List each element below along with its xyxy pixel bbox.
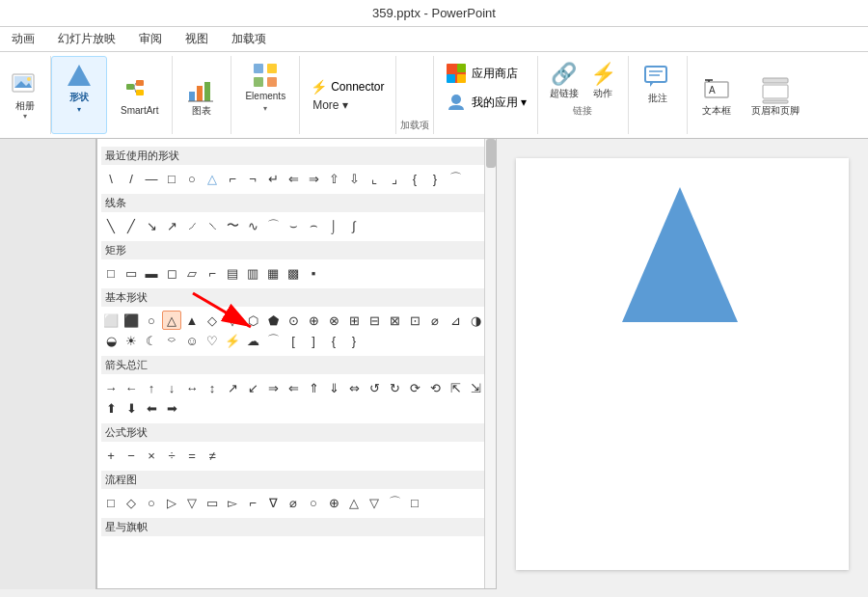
shape-item[interactable]: ⇲ [466, 378, 485, 397]
shape-item[interactable]: ↘ [142, 216, 161, 235]
shape-item[interactable]: ⊕ [304, 311, 323, 330]
shape-item[interactable]: ○ [304, 493, 323, 512]
shape-item[interactable]: ⇧ [324, 169, 343, 188]
menu-item-review[interactable]: 审阅 [135, 29, 166, 49]
shape-item[interactable]: ↗ [162, 216, 181, 235]
shape-item[interactable]: ➡ [162, 398, 181, 418]
shape-item[interactable]: ⌀ [425, 311, 445, 330]
shape-item[interactable]: ↺ [365, 378, 384, 397]
shape-item[interactable]: 〜 [223, 216, 242, 235]
shape-item[interactable]: ⊗ [324, 311, 343, 330]
shape-item[interactable]: ↙ [243, 378, 262, 397]
shape-item[interactable]: ⌞ [365, 169, 384, 188]
shape-item[interactable]: ▷ [162, 493, 181, 512]
shape-item[interactable]: ☁ [243, 331, 262, 350]
shape-item[interactable]: ⊙ [284, 311, 303, 330]
shape-item[interactable]: ⌒ [385, 493, 404, 512]
shape-item[interactable]: ▪ [304, 263, 323, 283]
shape-item[interactable]: ☾ [142, 331, 161, 350]
shape-item[interactable]: { [324, 331, 343, 350]
shape-item[interactable]: ☀ [122, 331, 141, 350]
shape-item[interactable]: ⇓ [324, 378, 343, 397]
shape-item[interactable]: ▭ [203, 493, 222, 512]
shape-item[interactable]: ▻ [223, 493, 242, 512]
smartart-button[interactable]: SmartArt [115, 72, 164, 119]
shape-item[interactable]: ⌀ [284, 493, 303, 512]
shape-item[interactable]: ╲ [101, 216, 121, 235]
shape-item[interactable]: ÷ [162, 446, 181, 465]
shape-item[interactable]: □ [162, 169, 181, 188]
shape-item[interactable]: ▤ [223, 263, 242, 283]
shape-item[interactable]: △ [344, 493, 364, 512]
shape-item[interactable]: ▱ [182, 263, 202, 283]
shape-item[interactable]: ⇐ [284, 169, 303, 188]
shape-item[interactable]: ← [122, 378, 141, 397]
shape-item[interactable]: ⌐ [203, 263, 222, 283]
shape-item[interactable]: ⌐ [243, 493, 262, 512]
shape-item[interactable]: } [425, 169, 445, 188]
shape-item[interactable]: } [344, 331, 364, 350]
shape-item[interactable]: ◑ [466, 311, 485, 330]
triangle-shape[interactable] [622, 187, 738, 322]
shape-item[interactable]: ◒ [101, 331, 121, 350]
shape-item[interactable]: + [101, 446, 121, 465]
shape-item[interactable]: ↗ [223, 378, 242, 397]
shape-item[interactable]: ↵ [263, 169, 283, 188]
shape-item[interactable]: ○ [142, 311, 161, 330]
menu-item-slideshow[interactable]: 幻灯片放映 [54, 29, 120, 49]
shape-item[interactable]: ¬ [243, 169, 262, 188]
shape-item[interactable]: → [101, 378, 121, 397]
chart-button[interactable]: 图表 [180, 72, 223, 119]
appstore-button[interactable]: 应用商店 [442, 60, 529, 87]
shape-item[interactable]: ∇ [263, 493, 283, 512]
hyperlink-button[interactable]: 🔗 超链接 [546, 60, 583, 102]
shape-item[interactable]: ⬅ [142, 398, 161, 418]
shape-item[interactable]: ▬ [142, 263, 161, 283]
shape-item[interactable]: × [142, 446, 161, 465]
shape-item[interactable]: ⚡ [223, 331, 242, 350]
shape-item[interactable]: { [405, 169, 424, 188]
album-button[interactable]: 相册 ▾ [4, 68, 46, 122]
shape-item[interactable]: ▽ [365, 493, 384, 512]
shape-item[interactable]: ⌡ [324, 216, 343, 235]
shape-item[interactable]: ∫ [344, 216, 364, 235]
shape-item[interactable]: ▥ [243, 263, 262, 283]
shape-item[interactable]: □ [101, 263, 121, 283]
shape-item[interactable]: ⌔ [162, 331, 181, 350]
shape-item[interactable]: ⇒ [263, 378, 283, 397]
shape-item[interactable]: ▩ [284, 263, 303, 283]
shape-item[interactable]: ⊕ [324, 493, 343, 512]
shape-item[interactable]: ⟲ [425, 378, 445, 397]
shape-item[interactable]: ⇔ [344, 378, 364, 397]
shape-item[interactable]: ⊞ [344, 311, 364, 330]
shape-item[interactable]: ⇩ [344, 169, 364, 188]
shape-item[interactable]: ⌣ [284, 216, 303, 235]
shape-item[interactable]: ↔ [182, 378, 202, 397]
shape-item[interactable]: □ [101, 493, 121, 512]
shape-item[interactable]: ] [304, 331, 323, 350]
shape-item[interactable]: ○ [182, 169, 202, 188]
shape-item[interactable]: ⌒ [446, 169, 465, 188]
shape-item[interactable]: △ [203, 169, 222, 188]
shape-item[interactable]: \ [101, 169, 121, 188]
shape-item[interactable]: ⊿ [446, 311, 465, 330]
shape-item[interactable]: [ [284, 331, 303, 350]
shape-item[interactable]: ↓ [162, 378, 181, 397]
shape-item[interactable]: / [122, 169, 141, 188]
shape-item[interactable]: ⟳ [405, 378, 424, 397]
header-footer-button[interactable]: 页眉和页脚 [746, 72, 805, 119]
shape-item[interactable]: ⌒ [263, 216, 283, 235]
shape-item[interactable]: ⬛ [122, 311, 141, 330]
textbox-button[interactable]: A 文本框 [695, 72, 738, 119]
shape-item[interactable]: ∿ [243, 216, 262, 235]
shape-item[interactable]: ▦ [263, 263, 283, 283]
shape-item[interactable]: ⟍ [203, 216, 222, 235]
shape-item[interactable]: ▭ [122, 263, 141, 283]
elements-button[interactable]: Elements [239, 58, 291, 104]
shape-item[interactable]: ⇱ [446, 378, 465, 397]
shape-item[interactable]: — [142, 169, 161, 188]
menu-item-addins[interactable]: 加载项 [228, 29, 270, 49]
shape-item[interactable]: ⇐ [284, 378, 303, 397]
menu-item-animation[interactable]: 动画 [8, 29, 39, 49]
shape-item[interactable]: ⊟ [365, 311, 384, 330]
